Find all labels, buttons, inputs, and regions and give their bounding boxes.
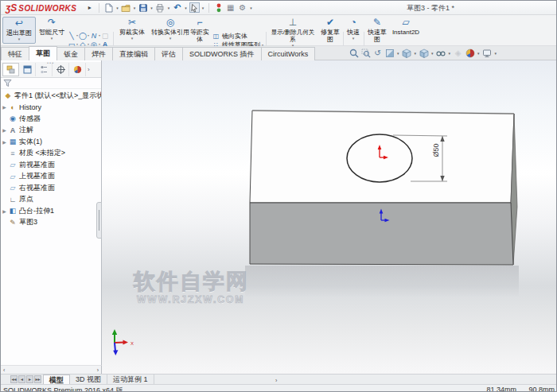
history-folder-icon: ◐ (8, 103, 18, 111)
save-icon[interactable] (138, 2, 148, 13)
smart-dimension-button[interactable]: ↷ 智能尺寸 ▾ (37, 17, 66, 44)
tree-filter[interactable] (1, 78, 101, 89)
view-orientation-icon[interactable] (402, 48, 412, 58)
tree-item-origin[interactable]: ∟ 原点 (1, 194, 101, 206)
scroll-right-arrow-icon[interactable]: › (95, 367, 101, 373)
expand-arrow-icon[interactable]: ▶ (1, 127, 8, 133)
instant2d-button[interactable]: ▱ Instant2D (390, 17, 422, 44)
offset-entities-icon: ⌐ (189, 17, 211, 29)
tab-prev-icon[interactable]: ◂ (18, 375, 25, 383)
rebuild-icon[interactable] (213, 2, 224, 13)
tab-motion-study[interactable]: 运动算例 1 (107, 375, 154, 384)
open-icon[interactable] (121, 2, 131, 13)
scroll-left-arrow-icon[interactable]: ‹ (1, 367, 7, 373)
spline-icon[interactable]: N (90, 32, 98, 40)
display-delete-relations-button[interactable]: ⊥ 显示/删除几何关系 ▾ (268, 17, 317, 44)
exit-sketch-icon: ↩ (3, 17, 35, 29)
tab-weldments[interactable]: 焊件 (84, 47, 113, 60)
triad-x-label: X (130, 341, 134, 346)
mirror-entities-button[interactable]: ◫ 镜向实体 (212, 32, 267, 41)
title-bar: ʒS SOLIDWORKS ▸ ▾ ▾ ▾ ▾ ↶▾ ▾ ▦ ⚙▾ 草图3 - … (1, 1, 557, 15)
previous-view-icon[interactable]: ↺ (372, 48, 383, 58)
line-icon[interactable]: ╲ (68, 32, 76, 40)
tree-item-boss-extrude[interactable]: ▶ ◧ 凸台-拉伸1 (1, 205, 101, 217)
circle-icon[interactable]: ◯ (79, 32, 87, 40)
zoom-fit-icon[interactable] (349, 48, 359, 58)
tree-item-annotations[interactable]: ▶ A 注解 (1, 125, 101, 137)
heads-up-view-toolbar: ↺ ▾ ▾ ▾ ▾ ◈ ▾ ▾ (349, 48, 497, 58)
tab-addins[interactable]: SOLIDWORKS 插件 (182, 47, 262, 60)
apply-scene-icon[interactable]: ◈ (453, 48, 463, 58)
part-top-face[interactable] (250, 111, 514, 203)
section-view-icon[interactable] (384, 48, 395, 58)
tree-item-right-plane[interactable]: ▱ 右视基准面 (1, 182, 101, 194)
featuremanager-tree-icon[interactable] (2, 63, 19, 76)
gear-icon[interactable]: ⚙ (237, 2, 247, 13)
logo-word: SOLIDWORKS (18, 4, 76, 13)
undo-icon[interactable]: ↶ (172, 2, 182, 13)
exit-sketch-button[interactable]: ↩ 退出草图 ▾ (2, 17, 36, 44)
expand-arrow-icon[interactable]: ▶ (1, 208, 8, 214)
expand-arrow-icon[interactable]: ▶ (1, 139, 8, 145)
zoom-area-icon[interactable] (360, 48, 371, 58)
graphics-viewport[interactable]: 软件自学网 WWW.RJZXW.COM (102, 60, 557, 374)
panel-tabs-overflow-chevron[interactable]: › (88, 66, 90, 73)
tab-last-icon[interactable]: ▸▸ (34, 375, 41, 383)
tab-sheet-metal[interactable]: 钣金 (56, 47, 85, 60)
tab-direct-editing[interactable]: 直接编辑 (112, 47, 155, 60)
select-cursor-icon[interactable] (189, 2, 200, 13)
convert-entities-button[interactable]: ◎ 转换实体引用 ▾ (150, 17, 190, 44)
feature-tree: ◆ 零件1 (默认<<默认>_显示状态 ▶ ◐ History ◉ 传感器 ▶ … (1, 89, 101, 228)
filter-funnel-icon (3, 79, 12, 87)
tree-item-front-plane[interactable]: ▱ 前视基准面 (1, 159, 101, 171)
smart-dimension-icon: ↷ (37, 17, 66, 29)
display-style-icon[interactable] (419, 48, 429, 58)
tabbar-scroll-icon[interactable]: › (275, 378, 277, 383)
hide-show-icon[interactable] (436, 48, 446, 58)
tab-first-icon[interactable]: ◂◂ (10, 375, 18, 383)
tab-nav-buttons: ◂◂ ◂ ▸ ▸▸ (10, 375, 41, 383)
print-icon[interactable] (155, 2, 166, 13)
tree-item-sketch3[interactable]: ✎ 草图3 (1, 217, 101, 229)
pointer-x-coordinate: 81.34mm (486, 386, 516, 392)
edit-appearance-icon[interactable] (465, 48, 475, 58)
rapid-button[interactable]: ◔ 快速 ▾ (345, 17, 362, 44)
tab-next-icon[interactable]: ▸ (26, 375, 33, 383)
tab-circuitworks[interactable]: CircuitWorks (261, 47, 316, 60)
plane-icon: ▱ (8, 161, 18, 169)
new-document-icon[interactable] (103, 2, 114, 13)
flyout-arrow[interactable]: ▸ (84, 2, 95, 13)
panel-horizontal-scrollbar[interactable]: ‹ › (1, 365, 102, 374)
tree-item-part[interactable]: ◆ 零件1 (默认<<默认>_显示状态 (1, 90, 101, 102)
reference-triad: X (112, 329, 134, 355)
view-settings-icon[interactable] (482, 48, 493, 58)
instant2d-icon: ▱ (390, 17, 422, 29)
propertymanager-icon[interactable] (19, 63, 36, 76)
offset-entities-button[interactable]: ⌐ 等距实 体 (189, 17, 211, 44)
rapid-sketch-icon: ✎ (366, 17, 388, 29)
repair-sketch-icon: ✔ (319, 17, 341, 29)
command-manager-ribbon: ↩ 退出草图 ▾ ↷ 智能尺寸 ▾ ╲▾ ◯▾ N▾ ▢ ▭▾ ◇▾ ◎▾ A … (1, 15, 557, 46)
panel-splitter-handle[interactable] (96, 202, 102, 239)
plane-icon: ▱ (8, 184, 18, 192)
tree-item-top-plane[interactable]: ▱ 上视基准面 (1, 171, 101, 183)
tree-item-material[interactable]: ≡ 材质 <未指定> (1, 148, 101, 160)
relations-icon: ⊥ (268, 17, 317, 29)
tab-sketch[interactable]: 草图 (29, 46, 57, 60)
tab-evaluate[interactable]: 评估 (154, 47, 183, 60)
dimxpert-icon[interactable] (53, 63, 69, 76)
tree-item-solid-bodies[interactable]: ▶ ▦ 实体(1) (1, 136, 101, 148)
tab-model[interactable]: 模型 (43, 375, 70, 384)
displaymanager-icon[interactable] (69, 63, 86, 76)
expand-arrow-icon[interactable]: ▶ (1, 104, 8, 110)
repair-sketch-button[interactable]: ✔ 修复草 图 (319, 17, 341, 44)
tab-3d-views[interactable]: 3D 视图 (70, 375, 107, 384)
trim-entities-button[interactable]: ✂ 剪裁实体 ▾ (115, 17, 149, 44)
options-grid-icon[interactable]: ▦ (225, 2, 236, 13)
tree-item-sensors[interactable]: ◉ 传感器 (1, 113, 101, 125)
part-icon: ◆ (3, 91, 13, 99)
tab-features[interactable]: 特征 (1, 47, 29, 60)
solidworks-window: ʒS SOLIDWORKS ▸ ▾ ▾ ▾ ▾ ↶▾ ▾ ▦ ⚙▾ 草图3 - … (0, 0, 557, 392)
rapid-sketch-button[interactable]: ✎ 快速草 图 (366, 17, 388, 44)
tree-item-history[interactable]: ▶ ◐ History (1, 102, 101, 114)
